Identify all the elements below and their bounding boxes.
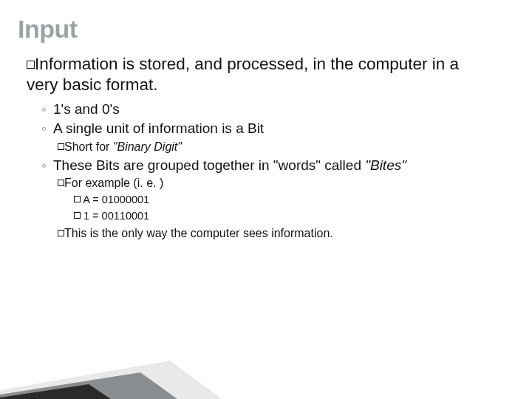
sub-item-1-text: 1's and 0's bbox=[53, 100, 120, 119]
example-b-text: 1 = 00110001 bbox=[83, 210, 149, 222]
sub2-row: Short for "Binary Digit" bbox=[58, 138, 508, 156]
square-bullet-icon bbox=[58, 230, 64, 236]
sub-item-2-text: A single unit of information is a Bit bbox=[53, 119, 264, 138]
svg-marker-1 bbox=[0, 372, 177, 399]
ring-bullet-icon: ◦ bbox=[41, 119, 53, 138]
square-bullet-icon bbox=[58, 143, 64, 150]
sub-item-3: ◦ These Bits are grouped together in "wo… bbox=[41, 156, 508, 175]
svg-marker-2 bbox=[0, 384, 111, 399]
slide-body: Information is stored, and processed, in… bbox=[0, 44, 532, 242]
sub-item-1: ◦ 1's and 0's bbox=[41, 100, 508, 119]
sub2-row-only-way: This is the only way the computer sees i… bbox=[58, 225, 508, 242]
ring-bullet-icon: ◦ bbox=[41, 100, 53, 119]
main-bullet-lead: Information bbox=[35, 55, 118, 73]
slide-title: Input bbox=[0, 0, 532, 44]
main-bullet: Information is stored, and processed, in… bbox=[27, 54, 508, 95]
sub-item-2: ◦ A single unit of information is a Bit bbox=[41, 119, 508, 138]
square-bullet-icon bbox=[74, 212, 81, 219]
square-bullet-icon bbox=[27, 61, 35, 69]
sub-list: ◦ 1's and 0's ◦ A single unit of informa… bbox=[27, 95, 508, 242]
sub-item-3-children: For example (i. e. ) A = 01000001 1 = 00… bbox=[41, 174, 508, 242]
example-values: A = 01000001 1 = 00110001 bbox=[58, 192, 508, 225]
only-way-text: This is the only way the computer sees i… bbox=[64, 227, 333, 239]
short-for-italic: "Binary Digit" bbox=[113, 140, 182, 153]
corner-decor-icon bbox=[0, 347, 222, 399]
example-label: For example (i. e. ) bbox=[64, 177, 163, 189]
sub-item-3-text: These Bits are grouped together in "word… bbox=[53, 156, 406, 175]
square-bullet-icon bbox=[74, 196, 81, 202]
short-for-pre: Short for bbox=[64, 140, 113, 153]
ring-bullet-icon: ◦ bbox=[41, 156, 53, 175]
example-b: 1 = 00110001 bbox=[74, 208, 508, 225]
sub2-row-example: For example (i. e. ) bbox=[58, 174, 508, 192]
sub3-pre: These Bits are grouped together in "word… bbox=[53, 157, 365, 173]
sub-item-2-children: Short for "Binary Digit" bbox=[41, 138, 508, 156]
square-bullet-icon bbox=[58, 180, 64, 186]
svg-marker-0 bbox=[0, 361, 222, 399]
example-a-text: A = 01000001 bbox=[83, 194, 149, 205]
sub3-italic: "Bites" bbox=[365, 157, 406, 173]
example-a: A = 01000001 bbox=[74, 192, 508, 208]
